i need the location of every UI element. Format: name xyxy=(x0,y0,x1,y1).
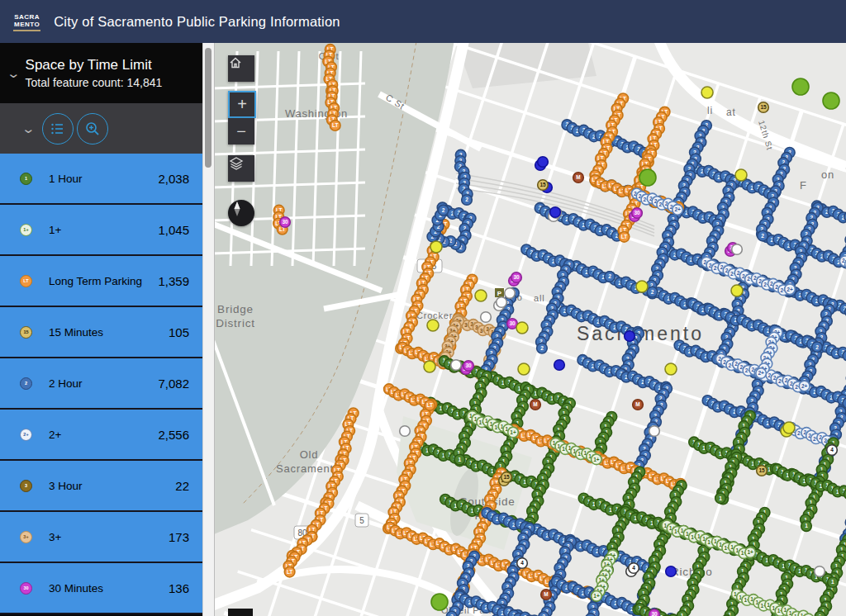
svg-text:2: 2 xyxy=(815,344,819,350)
attribution-widget[interactable] xyxy=(228,609,253,616)
legend-list-button[interactable] xyxy=(42,113,74,145)
svg-text:1: 1 xyxy=(719,495,722,501)
scrollbar-thumb[interactable] xyxy=(205,48,212,168)
legend-row-1-[interactable]: 1+ 1+ 1,045 xyxy=(0,205,202,256)
parking-app: { "header": { "logo_line1": "SACRA", "lo… xyxy=(0,0,846,616)
category-label: Long Term Parking xyxy=(49,275,142,287)
svg-text:4: 4 xyxy=(632,565,635,571)
legend-toolbar: ⌄ xyxy=(0,103,202,154)
minus-icon: − xyxy=(236,122,246,141)
expand-chevron-icon[interactable]: ⌄ xyxy=(21,121,36,136)
svg-text:30: 30 xyxy=(513,274,520,280)
zoom-to-feature-button[interactable] xyxy=(77,113,108,145)
zoom-in-button[interactable]: + xyxy=(228,91,256,118)
svg-text:1: 1 xyxy=(681,613,684,616)
category-symbol-icon: 3 xyxy=(20,480,32,492)
category-label: 1 Hour xyxy=(49,173,83,185)
legend-rows: 1 1 Hour 2,038 1+ 1+ 1,045 LT Long Term … xyxy=(0,154,202,614)
legend-row-1-hour[interactable]: 1 1 Hour 2,038 xyxy=(0,154,202,205)
legend-row-2-[interactable]: 2+ 2+ 2,556 xyxy=(0,410,202,461)
svg-text:1+: 1+ xyxy=(747,549,753,555)
svg-text:4: 4 xyxy=(520,560,524,566)
svg-text:1+: 1+ xyxy=(510,429,516,435)
page-title: City of Sacramento Public Parking Inform… xyxy=(54,14,340,30)
svg-text:M: M xyxy=(576,174,580,180)
svg-text:all: all xyxy=(534,293,544,303)
svg-text:30: 30 xyxy=(651,611,658,616)
svg-text:Sacramento: Sacramento xyxy=(276,462,340,475)
svg-text:M: M xyxy=(544,591,548,597)
compass-button[interactable] xyxy=(228,200,254,226)
svg-text:2: 2 xyxy=(651,289,654,295)
category-count: 1,045 xyxy=(158,223,189,237)
category-count: 7,082 xyxy=(158,377,189,391)
category-symbol-icon: 2 xyxy=(20,377,32,390)
category-count: 2,556 xyxy=(158,428,189,442)
logo-line1: SACRA xyxy=(14,13,40,21)
svg-text:P: P xyxy=(497,290,502,297)
collapse-chevron-icon[interactable]: ⌄ xyxy=(6,66,21,81)
svg-text:Bridge: Bridge xyxy=(217,303,254,315)
magnifier-plus-icon xyxy=(84,121,101,137)
category-label: 2+ xyxy=(49,429,61,441)
category-label: 15 Minutes xyxy=(49,326,103,339)
legend-row-3-[interactable]: 3+ 3+ 173 xyxy=(0,512,202,563)
home-icon xyxy=(228,55,243,70)
svg-text:15: 15 xyxy=(760,104,767,110)
panel-header[interactable]: ⌄ Space by Time Limit Total feature coun… xyxy=(0,43,202,103)
layers-icon xyxy=(228,155,245,172)
svg-text:30: 30 xyxy=(634,210,640,216)
compass-needle-icon xyxy=(228,200,246,218)
sidebar-scrollbar[interactable] xyxy=(202,43,215,616)
svg-text:Old: Old xyxy=(300,448,319,461)
category-symbol-icon: 1 xyxy=(20,173,32,185)
svg-text:li: li xyxy=(707,105,713,116)
category-symbol-icon: 2+ xyxy=(20,429,32,441)
svg-text:2+: 2+ xyxy=(758,370,764,376)
svg-text:30: 30 xyxy=(282,219,288,225)
category-symbol-icon: 30 xyxy=(20,582,32,595)
svg-text:15: 15 xyxy=(758,467,765,473)
svg-text:F: F xyxy=(800,179,807,192)
feature-count: Total feature count: 14,841 xyxy=(26,76,163,89)
map-panel[interactable]: C StC StWashingtonBridgeDistrictOldSacra… xyxy=(208,43,846,616)
app-header: SACRA MENTO City of Sacramento Public Pa… xyxy=(0,0,846,43)
svg-text:5: 5 xyxy=(359,516,364,525)
svg-text:LT: LT xyxy=(332,122,338,128)
list-icon xyxy=(50,121,66,137)
svg-text:15: 15 xyxy=(539,182,546,187)
svg-text:Crocker: Crocker xyxy=(416,310,453,320)
map-canvas[interactable]: C StC StWashingtonBridgeDistrictOldSacra… xyxy=(208,43,846,616)
highway-shield: 5 xyxy=(355,514,368,527)
svg-text:M: M xyxy=(635,401,639,407)
home-button[interactable] xyxy=(228,55,254,82)
legend-row-30-minutes[interactable]: 30 30 Minutes 136 xyxy=(0,563,202,614)
category-symbol-icon: LT xyxy=(20,275,32,287)
legend-sidebar: ⌄ Space by Time Limit Total feature coun… xyxy=(0,43,202,616)
city-logo: SACRA MENTO xyxy=(13,12,40,31)
svg-text:2+: 2+ xyxy=(801,383,808,389)
legend-row-15-minutes[interactable]: 15 15 Minutes 105 xyxy=(0,307,202,358)
svg-text:15: 15 xyxy=(503,474,510,480)
svg-text:LT: LT xyxy=(427,402,433,408)
svg-text:2: 2 xyxy=(465,197,468,202)
legend-row-2-hour[interactable]: 2 2 Hour 7,082 xyxy=(0,358,202,410)
svg-text:2: 2 xyxy=(608,273,611,279)
category-count: 1,359 xyxy=(158,274,189,288)
legend-row-3-hour[interactable]: 3 3 Hour 22 xyxy=(0,461,202,512)
zoom-out-button[interactable]: − xyxy=(228,118,254,145)
svg-text:District: District xyxy=(216,317,255,329)
svg-text:1: 1 xyxy=(831,579,834,585)
basemap-layers-button[interactable] xyxy=(228,155,254,182)
category-count: 22 xyxy=(175,479,189,493)
parking-garage-icon: P xyxy=(495,288,504,297)
svg-text:2: 2 xyxy=(761,233,764,239)
category-label: 2 Hour xyxy=(49,377,83,390)
plus-icon: + xyxy=(237,95,247,114)
legend-row-long-term-parking[interactable]: LT Long Term Parking 1,359 xyxy=(0,256,202,307)
category-label: 3+ xyxy=(49,531,61,543)
svg-text:2+: 2+ xyxy=(787,287,793,292)
panel-title: Space by Time Limit xyxy=(26,57,163,73)
svg-text:4: 4 xyxy=(830,447,834,453)
category-count: 105 xyxy=(169,325,189,339)
